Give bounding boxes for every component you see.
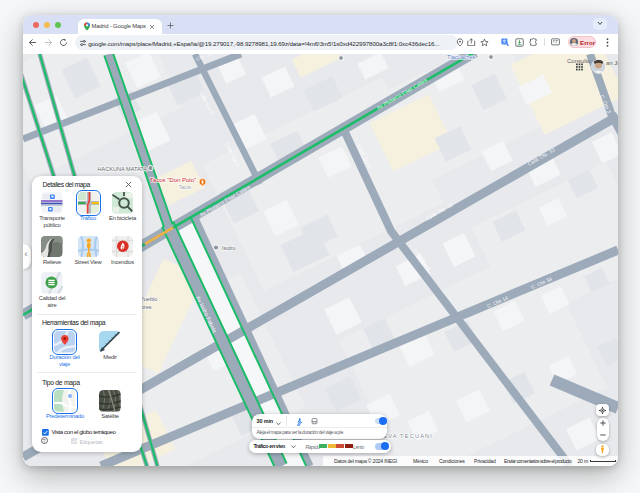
svg-text:Pueblo: Pueblo <box>140 296 157 302</box>
svg-text:Tacos "Don Polo": Tacos "Don Polo" <box>150 177 196 183</box>
svg-text:an Jo: an Jo <box>606 60 618 66</box>
svg-text:Consulto: Consulto <box>567 58 591 64</box>
svg-text:Isidro: Isidro <box>222 245 236 251</box>
svg-text:Tacos: Tacos <box>179 185 192 190</box>
svg-text:Tlacuaches: Tlacuaches <box>447 54 476 60</box>
svg-text:HACKUNA MATATA: HACKUNA MATATA <box>97 166 147 172</box>
